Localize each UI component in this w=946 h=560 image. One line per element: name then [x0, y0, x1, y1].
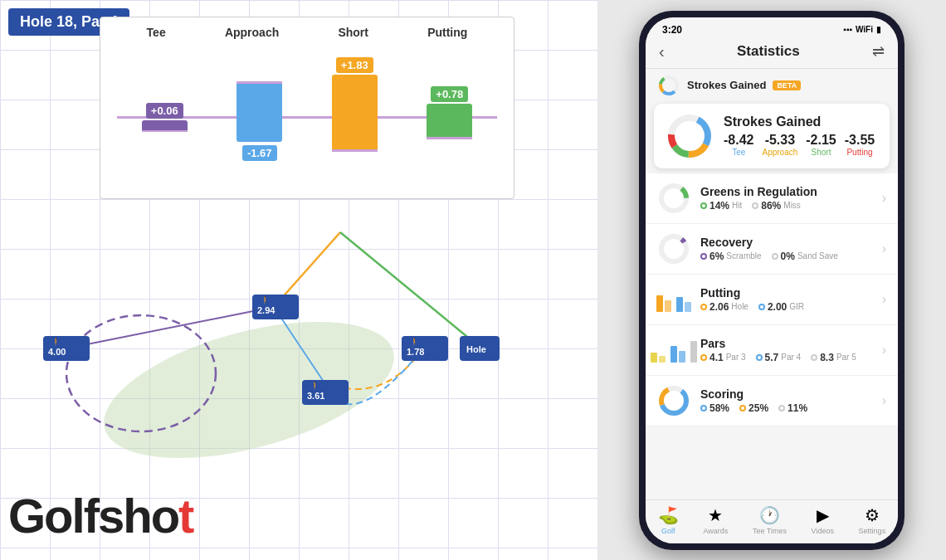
recovery-num-scramble: 6% [710, 251, 724, 262]
pars-dot-4 [756, 354, 763, 361]
putting-dot-gir [758, 304, 765, 310]
left-panel: Hole 18, Par 4 Tee Approach Short Puttin… [0, 0, 597, 560]
golf-icon: ⛳ [658, 505, 679, 525]
tab-bar: ⛳ Golf ★ Awards 🕐 Tee Times ▶ Videos ⚙ [646, 499, 898, 543]
sg-label-tee: Tee [724, 148, 753, 157]
chart-box: Tee Approach Short Putting +0.06 -1.67 + [100, 17, 514, 199]
putting-bar-4 [685, 302, 691, 312]
putting-name: Putting [700, 286, 872, 299]
gir-info: Greens in Regulation 14% Hit 86% Miss [700, 185, 872, 212]
tab-awards[interactable]: ★ Awards [703, 505, 728, 535]
sg-values: -8.42 Tee -5.33 Approach -2.15 Short [724, 133, 875, 157]
sg-label-short: Short [806, 148, 836, 157]
putting-num-gir: 2.00 [768, 301, 787, 313]
golf-label: Golf [661, 527, 675, 535]
recovery-val-sand: 0% Sand Save [772, 251, 838, 262]
pars-info: Pars 4.1 Par 3 5.7 Par 4 [700, 337, 872, 363]
filter-button[interactable]: ⇌ [872, 42, 885, 61]
sg-section-header: Strokes Gained BETA [646, 69, 898, 99]
beta-badge: BETA [773, 80, 801, 90]
awards-label: Awards [703, 527, 728, 535]
bar-short-label: +1.83 [336, 57, 373, 73]
scoring-dot-2 [739, 405, 746, 411]
svg-text:🚶: 🚶 [310, 381, 320, 391]
svg-text:3.61: 3.61 [307, 391, 324, 401]
phone-screen: 3:20 ▪▪▪ WiFi ▮ ‹ Statistics ⇌ [646, 17, 898, 543]
back-button[interactable]: ‹ [659, 42, 665, 61]
sg-header-title: Strokes Gained [687, 79, 766, 91]
svg-text:Hole: Hole [466, 344, 486, 354]
bar-short: +1.83 [332, 56, 378, 152]
settings-label: Settings [859, 527, 886, 535]
chart-header-approach: Approach [225, 26, 279, 39]
pars-bar-5 [690, 341, 697, 363]
bar-approach-label: -1.67 [242, 145, 277, 161]
videos-icon: ▶ [817, 505, 829, 525]
tab-settings[interactable]: ⚙ Settings [859, 505, 886, 535]
sg-val-approach: -5.33 Approach [762, 133, 797, 157]
recovery-dot-sand [772, 253, 778, 260]
pars-sub-4: Par 4 [781, 353, 801, 362]
sg-num-tee: -8.42 [724, 133, 753, 148]
bar-tee-label: +0.06 [146, 103, 183, 119]
pars-vals: 4.1 Par 3 5.7 Par 4 8.3 Pa [700, 352, 872, 363]
pars-num-5: 8.3 [820, 352, 834, 363]
chart-header-short: Short [338, 26, 368, 39]
recovery-sub-sand: Sand Save [797, 251, 838, 261]
scoring-info: Scoring 58% 25% [700, 387, 872, 414]
pars-val-5: 8.3 Par 5 [811, 352, 856, 363]
scoring-icon-area [657, 384, 690, 417]
bar-tee: +0.06 [142, 101, 188, 132]
stat-item-pars[interactable]: Pars 4.1 Par 3 5.7 Par 4 [646, 325, 898, 376]
chart-header-tee: Tee [147, 26, 166, 39]
tab-golf[interactable]: ⛳ Golf [658, 505, 679, 535]
gir-val-hit: 14% Hit [700, 200, 742, 212]
tee-times-label: Tee Times [753, 527, 787, 535]
stat-item-gir[interactable]: Greens in Regulation 14% Hit 86% Miss [646, 173, 898, 224]
status-time: 3:20 [662, 24, 682, 36]
pars-val-3: 4.1 Par 3 [700, 352, 746, 363]
stats-list: Greens in Regulation 14% Hit 86% Miss [646, 173, 898, 499]
sg-val-tee: -8.42 Tee [724, 133, 753, 157]
pars-dot-5 [811, 354, 817, 361]
signal-icon: ▪▪▪ [843, 25, 852, 34]
sg-val-putting: -3.55 Putting [845, 133, 875, 157]
chart-headers: Tee Approach Short Putting [117, 26, 497, 39]
battery-icon: ▮ [876, 25, 881, 34]
chart-header-putting: Putting [427, 26, 467, 39]
scoring-val-2: 25% [739, 402, 768, 414]
scoring-num-1: 58% [710, 402, 729, 414]
nav-title: Statistics [737, 43, 800, 60]
gir-num-hit: 14% [710, 200, 729, 212]
sg-label-putting: Putting [845, 148, 875, 157]
gir-val-miss: 86% Miss [752, 200, 801, 212]
chart-area: +0.06 -1.67 +1.83 +0.78 [117, 46, 497, 187]
tee-times-icon: 🕐 [759, 505, 780, 525]
pars-val-4: 5.7 Par 4 [756, 352, 802, 363]
svg-text:🚶: 🚶 [51, 337, 61, 347]
stat-item-scoring[interactable]: Scoring 58% 25% [646, 376, 898, 426]
pars-dot-3 [700, 354, 707, 361]
pars-num-3: 4.1 [710, 352, 724, 363]
tab-tee-times[interactable]: 🕐 Tee Times [753, 505, 787, 535]
putting-val-gir: 2.00 GIR [758, 301, 804, 313]
pars-bar-3 [670, 346, 677, 363]
scoring-num-3: 11% [788, 402, 807, 414]
sg-val-short: -2.15 Short [806, 133, 836, 157]
putting-bars [656, 287, 691, 312]
scoring-val-3: 11% [778, 402, 807, 414]
svg-text:4.00: 4.00 [48, 347, 66, 357]
pars-name: Pars [700, 337, 872, 350]
sg-small-donut [657, 74, 680, 97]
stat-item-putting[interactable]: Putting 2.06 Hole 2.00 GIR [646, 275, 898, 325]
scoring-donut [657, 384, 690, 417]
logo-text-golf: Golfsho [8, 488, 178, 543]
stat-item-recovery[interactable]: Recovery 6% Scramble 0% Sand Save [646, 224, 898, 275]
putting-vals: 2.06 Hole 2.00 GIR [700, 301, 872, 313]
pars-bar-4 [679, 351, 685, 363]
tab-videos[interactable]: ▶ Videos [812, 505, 834, 535]
putting-chevron: › [882, 292, 886, 307]
awards-icon: ★ [708, 505, 723, 525]
putting-sub-hole: Hole [731, 302, 749, 311]
pars-bar-1 [651, 353, 657, 363]
